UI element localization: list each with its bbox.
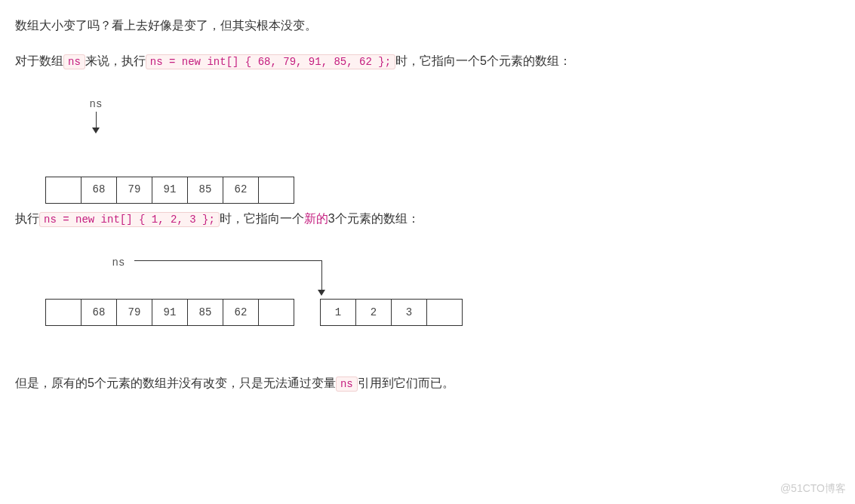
array-cell: 2: [355, 299, 392, 326]
array-cell: [426, 299, 463, 326]
text: 时，它指向一个5个元素的数组：: [395, 54, 571, 67]
paragraph-1: 数组大小变了吗？看上去好像是变了，但其实根本没变。: [15, 15, 840, 37]
pointer-line: [134, 260, 321, 261]
array-cell: 3: [391, 299, 427, 326]
pointer-stem: [96, 112, 97, 128]
text: 3个元素的数组：: [328, 212, 420, 225]
array-cell: [258, 177, 294, 204]
paragraph-3: 执行ns = new int[] { 1, 2, 3 };时，它指向一个新的3个…: [15, 208, 840, 230]
diagram-array-2: ns 68 79 91 85 62 1 2 3: [38, 252, 840, 343]
diagram-array-1: ns 68 79 91 85 62: [38, 95, 840, 178]
code-inline: ns: [336, 376, 358, 392]
text: 引用到它们而已。: [358, 376, 454, 389]
array-cell: [45, 177, 82, 204]
text: 执行: [15, 212, 39, 225]
emphasis-text: 新的: [304, 212, 328, 225]
array-cell: 62: [223, 299, 259, 326]
array-cells: 68 79 91 85 62: [45, 177, 294, 204]
pointer-label: ns: [107, 254, 130, 272]
array-cell: 85: [187, 177, 223, 204]
text: 时，它指向一个: [220, 212, 304, 225]
text: 来说，执行: [85, 54, 146, 67]
code-inline: ns: [63, 54, 85, 69]
array-cell: [45, 299, 82, 326]
code-inline: ns = new int[] { 1, 2, 3 };: [39, 212, 220, 227]
array-cells-old: 68 79 91 85 62 1 2 3: [45, 299, 463, 326]
paragraph-4: 但是，原有的5个元素的数组并没有改变，只是无法通过变量ns引用到它们而已。: [15, 373, 840, 395]
array-cell: [258, 299, 294, 326]
arrow-down-icon: [92, 128, 100, 134]
array-cell: 79: [116, 299, 152, 326]
array-cell: 85: [187, 299, 223, 326]
array-cell: 91: [152, 177, 188, 204]
array-cell: 79: [116, 177, 152, 204]
arrow-down-icon: [318, 290, 325, 296]
array-cell: 1: [320, 299, 356, 326]
array-cell: 68: [81, 299, 117, 326]
text: 但是，原有的5个元素的数组并没有改变，只是无法通过变量: [15, 376, 336, 389]
array-cell: 68: [81, 177, 117, 204]
array-gap: [294, 299, 321, 324]
array-cell: 91: [152, 299, 188, 326]
paragraph-2: 对于数组ns来说，执行ns = new int[] { 68, 79, 91, …: [15, 51, 840, 72]
text: 对于数组: [15, 54, 63, 67]
code-inline: ns = new int[] { 68, 79, 91, 85, 62 };: [146, 54, 395, 69]
array-cell: 62: [223, 177, 259, 204]
pointer-line: [321, 260, 322, 290]
